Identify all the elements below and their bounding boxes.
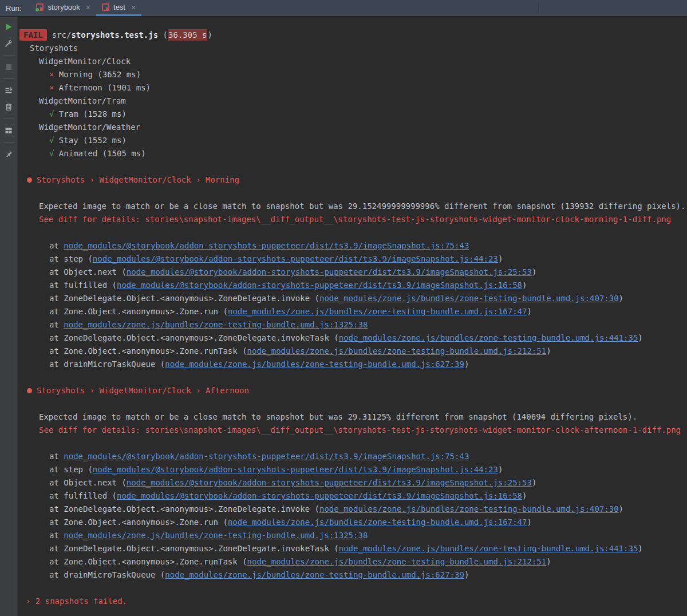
console-text: Expected image to match or be a close ma… xyxy=(39,412,637,421)
stack-trace-link[interactable]: node_modules/zone.js/bundles/zone-testin… xyxy=(247,557,547,566)
stack-trace-link[interactable]: node_modules/zone.js/bundles/zone-testin… xyxy=(228,307,527,316)
console-text: Storyshots xyxy=(30,44,78,53)
console-line: at drainMicroTaskQueue (node_modules/zon… xyxy=(18,568,687,582)
stop-button[interactable] xyxy=(2,61,15,73)
console-line: at Object.next (node_modules/@storybook/… xyxy=(18,266,687,279)
console-line: WidgetMonitor/Tram xyxy=(18,94,687,108)
tab-storybook[interactable]: storybook × xyxy=(30,0,96,16)
console-text: WidgetMonitor/Tram xyxy=(39,96,126,105)
console-line: at Zone.Object.<anonymous>.Zone.runTask … xyxy=(18,555,687,568)
console-text: ) xyxy=(532,478,536,487)
console-text: WidgetMonitor/Clock xyxy=(39,57,131,66)
console-text: ) xyxy=(498,465,503,474)
console-line: Storyshots xyxy=(18,42,687,55)
restore-layout-button[interactable] xyxy=(2,124,15,137)
console-line: at ZoneDelegate.Object.<anonymous>.ZoneD… xyxy=(18,542,687,555)
stack-trace-link[interactable]: node_modules/zone.js/bundles/zone-testin… xyxy=(64,320,368,329)
console-text: at xyxy=(49,452,64,461)
console-text: See diff for details: stories\snapshot-i… xyxy=(39,425,681,435)
stack-trace-link[interactable]: node_modules/@storybook/addon-storyshots… xyxy=(93,465,498,474)
stack-trace-link[interactable]: node_modules/@storybook/addon-storyshots… xyxy=(117,491,522,500)
stack-trace-link[interactable]: node_modules/zone.js/bundles/zone-testin… xyxy=(319,294,619,303)
run-tool-window: FAILsrc/storyshots.test.js (36.305 s)Sto… xyxy=(0,17,687,616)
console-line: at fulfilled (node_modules/@storybook/ad… xyxy=(18,489,687,503)
console-line: at Zone.Object.<anonymous>.Zone.run (nod… xyxy=(18,516,687,529)
console-text: ) xyxy=(527,518,531,527)
stack-trace-link[interactable]: node_modules/zone.js/bundles/zone-testin… xyxy=(228,518,527,527)
console-text: ) xyxy=(522,281,527,290)
console-line: See diff for details: stories\snapshot-i… xyxy=(18,424,687,437)
toolbar-divider xyxy=(3,55,14,56)
failure-bullet-icon xyxy=(27,177,32,183)
stack-trace-link[interactable]: node_modules/zone.js/bundles/zone-testin… xyxy=(339,333,638,342)
console-line: × Afternoon (1901 ms) xyxy=(18,81,687,94)
console-text: FAIL xyxy=(19,29,47,41)
console-text: at Zone.Object.<anonymous>.Zone.runTask … xyxy=(49,557,247,566)
console-line xyxy=(18,582,687,595)
console-text: › 2 snapshots failed. xyxy=(26,597,127,606)
stack-trace-link[interactable]: node_modules/@storybook/addon-storyshots… xyxy=(127,267,532,277)
stack-trace-link[interactable]: node_modules/@storybook/addon-storyshots… xyxy=(64,452,469,461)
console-line: at Zone.Object.<anonymous>.Zone.runTask … xyxy=(18,345,687,358)
console-text: at drainMicroTaskQueue ( xyxy=(49,570,165,579)
stack-trace-link[interactable]: node_modules/zone.js/bundles/zone-testin… xyxy=(247,346,547,356)
console-line: √ Animated (1505 ms) xyxy=(18,147,687,160)
scroll-to-end-icon xyxy=(4,86,13,95)
console-line: at node_modules/@storybook/addon-storysh… xyxy=(18,450,687,463)
console-text: WidgetMonitor/Weather xyxy=(39,123,140,132)
console-line: √ Tram (1528 ms) xyxy=(18,108,687,121)
stack-trace-link[interactable]: node_modules/zone.js/bundles/zone-testin… xyxy=(165,360,464,369)
console-text: ( xyxy=(158,30,168,40)
stack-trace-link[interactable]: node_modules/zone.js/bundles/zone-testin… xyxy=(339,544,638,553)
stack-trace-link[interactable]: node_modules/zone.js/bundles/zone-testin… xyxy=(319,504,619,514)
tab-test[interactable]: test × xyxy=(96,0,141,16)
stack-trace-link[interactable]: node_modules/zone.js/bundles/zone-testin… xyxy=(64,531,368,540)
scroll-to-end-button[interactable] xyxy=(2,84,15,97)
console-line: at node_modules/@storybook/addon-storysh… xyxy=(18,239,687,252)
console-line: WidgetMonitor/Weather xyxy=(18,121,687,134)
console-line: FAILsrc/storyshots.test.js (36.305 s) xyxy=(18,29,687,42)
console-line: WidgetMonitor/Clock xyxy=(18,55,687,68)
console-line: at step (node_modules/@storybook/addon-s… xyxy=(18,463,687,476)
console-text: at Zone.Object.<anonymous>.Zone.runTask … xyxy=(49,346,247,356)
console-text: at fulfilled ( xyxy=(49,281,117,290)
stack-trace-link[interactable]: node_modules/@storybook/addon-storyshots… xyxy=(117,281,522,290)
stack-trace-link[interactable]: node_modules/zone.js/bundles/zone-testin… xyxy=(165,570,464,579)
stack-trace-link[interactable]: node_modules/@storybook/addon-storyshots… xyxy=(127,478,532,487)
console-output[interactable]: FAILsrc/storyshots.test.js (36.305 s)Sto… xyxy=(18,17,687,616)
console-text: at Zone.Object.<anonymous>.Zone.run ( xyxy=(49,518,228,527)
run-config-icon xyxy=(102,3,109,11)
run-config-icon xyxy=(36,3,44,11)
trash-icon xyxy=(4,102,13,112)
console-line: √ Stay (1552 ms) xyxy=(18,134,687,147)
console-line: at ZoneDelegate.Object.<anonymous>.ZoneD… xyxy=(18,331,687,345)
stack-trace-link[interactable]: node_modules/@storybook/addon-storyshots… xyxy=(93,254,498,263)
rerun-button[interactable] xyxy=(2,21,15,33)
console-text: Animated (1505 ms) xyxy=(54,149,145,158)
close-icon[interactable]: × xyxy=(86,3,90,11)
console-text: at ZoneDelegate.Object.<anonymous>.ZoneD… xyxy=(49,504,319,514)
console-line: Expected image to match or be a close ma… xyxy=(18,410,687,424)
close-icon[interactable]: × xyxy=(131,3,136,11)
console-text: ) xyxy=(546,557,551,566)
console-text: at xyxy=(49,241,64,250)
console-text: at xyxy=(49,320,64,329)
pin-tab-button[interactable] xyxy=(2,148,15,160)
console-text: at ZoneDelegate.Object.<anonymous>.ZoneD… xyxy=(49,544,339,553)
console-text: ) xyxy=(522,491,527,500)
console-text: ) xyxy=(638,544,642,553)
console-text: at step ( xyxy=(49,254,93,263)
settings-button[interactable] xyxy=(2,37,15,50)
console-line xyxy=(18,371,687,384)
console-line: at ZoneDelegate.Object.<anonymous>.ZoneD… xyxy=(18,503,687,516)
console-line: at Object.next (node_modules/@storybook/… xyxy=(18,476,687,489)
stack-trace-link[interactable]: node_modules/@storybook/addon-storyshots… xyxy=(64,241,469,250)
console-text: Tram (1528 ms) xyxy=(54,109,126,119)
console-text: See diff for details: stories\snapshot-i… xyxy=(39,215,671,224)
tool-window-title: Run: xyxy=(0,0,30,16)
console-text: at Object.next ( xyxy=(49,478,127,487)
console-line: at node_modules/zone.js/bundles/zone-tes… xyxy=(18,529,687,542)
console-text: Morning (3652 ms) xyxy=(54,70,141,79)
clear-all-button[interactable] xyxy=(2,101,15,113)
console-text: ) xyxy=(527,307,531,316)
